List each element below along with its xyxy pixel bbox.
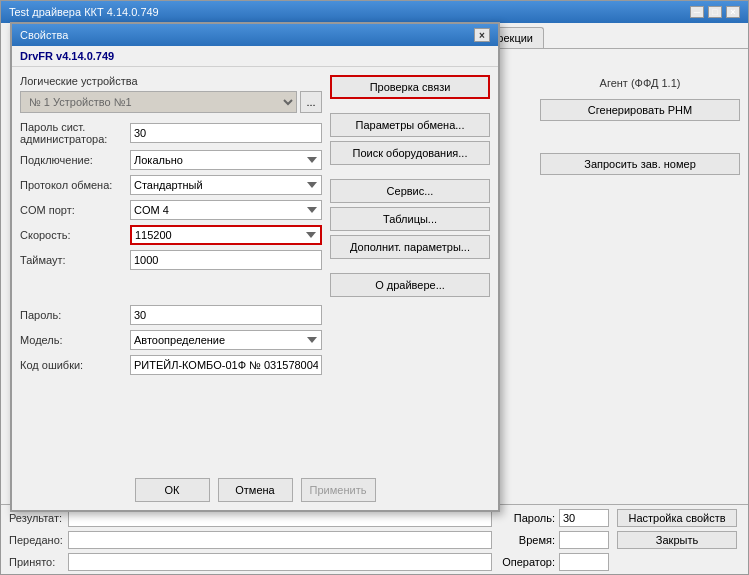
- password2-label: Пароль:: [20, 309, 130, 321]
- com-port-row: COM порт: COM 1 COM 2 COM 3 COM 4 COM 5: [20, 200, 322, 220]
- status-operator-label: Оператор:: [500, 556, 555, 568]
- status-operator-row: Оператор:: [500, 553, 740, 571]
- minimize-icon[interactable]: ─: [690, 6, 704, 18]
- protocol-label: Протокол обмена:: [20, 179, 130, 191]
- modal-close-button[interactable]: ×: [474, 28, 490, 42]
- status-password-row: Пароль: Настройка свойств: [500, 509, 740, 527]
- close-icon[interactable]: ×: [726, 6, 740, 18]
- modal-left-form: Логические устройства № 1 Устройство №1 …: [20, 75, 322, 380]
- error-label: Код ошибки:: [20, 359, 130, 371]
- timeout-label: Таймаут:: [20, 254, 130, 266]
- status-password-input[interactable]: [559, 509, 609, 527]
- timeout-input[interactable]: [130, 250, 322, 270]
- modal-title: Свойства: [20, 29, 68, 41]
- speed-row: Скорость: 9600 19200 38400 57600 115200 …: [20, 225, 322, 245]
- modal-footer: ОК Отмена Применить: [12, 478, 498, 502]
- protocol-select[interactable]: Стандартный Протокол 2: [130, 175, 322, 195]
- status-time-row: Время: Закрыть: [500, 531, 740, 549]
- request-serial-button[interactable]: Запросить зав. номер: [540, 153, 740, 175]
- exchange-params-button[interactable]: Параметры обмена...: [330, 113, 490, 137]
- modal-version: DrvFR v4.14.0.749: [12, 46, 498, 67]
- cancel-button[interactable]: Отмена: [218, 478, 293, 502]
- devices-section-label: Логические устройства: [20, 75, 322, 87]
- status-operator-input[interactable]: [559, 553, 609, 571]
- service-button[interactable]: Сервис...: [330, 179, 490, 203]
- timeout-row: Таймаут:: [20, 250, 322, 270]
- background-title: Test драйвера ККТ 4.14.0.749: [9, 6, 159, 18]
- model-row: Модель: Автоопределение: [20, 330, 322, 350]
- speed-label: Скорость:: [20, 229, 130, 241]
- status-left: Результат: Передано: Принято:: [9, 509, 492, 570]
- received-label: Принято:: [9, 556, 64, 568]
- check-connection-button[interactable]: Проверка связи: [330, 75, 490, 99]
- apply-button[interactable]: Применить: [301, 478, 376, 502]
- status-right: Пароль: Настройка свойств Время: Закрыть…: [500, 509, 740, 570]
- about-driver-button[interactable]: О драйвере...: [330, 273, 490, 297]
- connection-row: Подключение: Локально COM USB TCP/IP: [20, 150, 322, 170]
- modal-body: Логические устройства № 1 Устройство №1 …: [12, 67, 498, 388]
- generate-rnm-button[interactable]: Сгенерировать РНМ: [540, 99, 740, 121]
- connection-select[interactable]: Локально COM USB TCP/IP: [130, 150, 322, 170]
- close-button[interactable]: Закрыть: [617, 531, 737, 549]
- received-input[interactable]: [68, 553, 492, 571]
- speed-select[interactable]: 9600 19200 38400 57600 115200 230400: [130, 225, 322, 245]
- admin-password-input[interactable]: [130, 123, 322, 143]
- find-device-button[interactable]: Поиск оборудования...: [330, 141, 490, 165]
- password2-row: Пароль:: [20, 305, 322, 325]
- ok-button[interactable]: ОК: [135, 478, 210, 502]
- result-label: Результат:: [9, 512, 64, 524]
- device-select[interactable]: № 1 Устройство №1: [20, 91, 297, 113]
- right-column: Агент (ФФД 1.1) Сгенерировать РНМ Запрос…: [540, 57, 740, 524]
- protocol-row: Протокол обмена: Стандартный Протокол 2: [20, 175, 322, 195]
- password2-input[interactable]: [130, 305, 322, 325]
- modal-titlebar: Свойства ×: [12, 24, 498, 46]
- properties-modal: Свойства × DrvFR v4.14.0.749 Логические …: [10, 22, 500, 512]
- status-time-label: Время:: [500, 534, 555, 546]
- com-port-select[interactable]: COM 1 COM 2 COM 3 COM 4 COM 5: [130, 200, 322, 220]
- device-settings-button[interactable]: ...: [300, 91, 322, 113]
- error-input[interactable]: [130, 355, 322, 375]
- modal-right-buttons: Проверка связи Параметры обмена... Поиск…: [330, 75, 490, 380]
- sent-label: Передано:: [9, 534, 64, 546]
- status-bar: Результат: Передано: Принято: Пароль: На…: [1, 504, 748, 574]
- agent-label: Агент (ФФД 1.1): [540, 77, 740, 89]
- sent-row: Передано:: [9, 531, 492, 549]
- model-select[interactable]: Автоопределение: [130, 330, 322, 350]
- sent-input[interactable]: [68, 531, 492, 549]
- status-password-label: Пароль:: [500, 512, 555, 524]
- additional-params-button[interactable]: Дополнит. параметры...: [330, 235, 490, 259]
- model-label: Модель:: [20, 334, 130, 346]
- error-row: Код ошибки:: [20, 355, 322, 375]
- tables-button[interactable]: Таблицы...: [330, 207, 490, 231]
- admin-password-label: Пароль сист. администратора:: [20, 121, 130, 145]
- maximize-icon[interactable]: □: [708, 6, 722, 18]
- received-row: Принято:: [9, 553, 492, 571]
- settings-button[interactable]: Настройка свойств: [617, 509, 737, 527]
- device-row: № 1 Устройство №1 ...: [20, 91, 322, 113]
- background-titlebar: Test драйвера ККТ 4.14.0.749 ─ □ ×: [1, 1, 748, 23]
- status-time-input[interactable]: [559, 531, 609, 549]
- com-port-label: COM порт:: [20, 204, 130, 216]
- admin-password-row: Пароль сист. администратора:: [20, 121, 322, 145]
- connection-label: Подключение:: [20, 154, 130, 166]
